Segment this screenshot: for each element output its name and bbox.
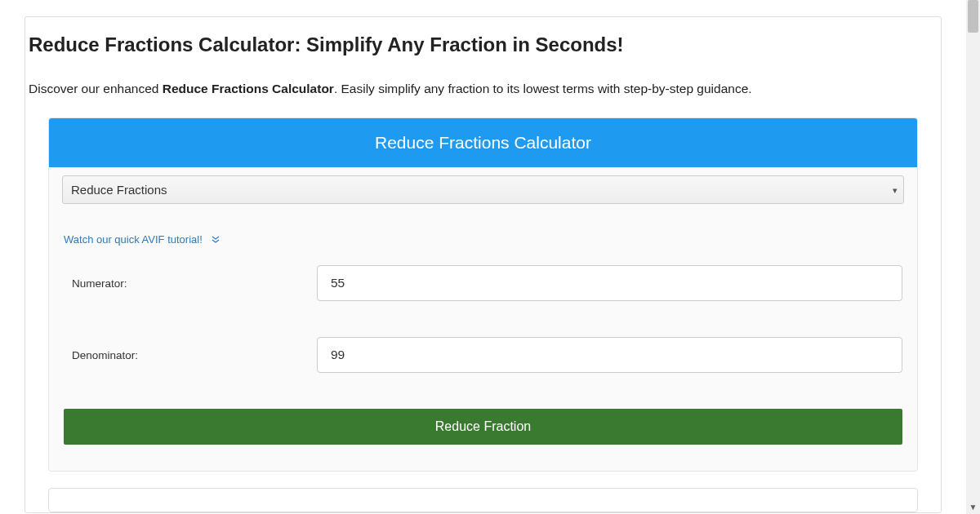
mode-select[interactable]: Reduce Fractions [62,175,904,204]
reduce-fraction-button[interactable]: Reduce Fraction [64,409,902,445]
numerator-row: Numerator: [62,265,904,301]
vertical-scrollbar[interactable]: ▼ [966,0,980,514]
scrollbar-thumb[interactable] [968,0,978,33]
intro-paragraph: Discover our enhanced Reduce Fractions C… [29,79,941,98]
intro-suffix: . Easily simplify any fraction to its lo… [334,82,752,95]
denominator-row: Denominator: [62,337,904,373]
numerator-input[interactable] [317,265,902,301]
mode-select-wrap: Reduce Fractions ▾ [62,175,904,204]
content-card: Reduce Fractions Calculator: Simplify An… [24,16,942,513]
tutorial-link[interactable]: Watch our quick AVIF tutorial! [64,233,220,246]
denominator-label: Denominator: [64,349,317,361]
page-title: Reduce Fractions Calculator: Simplify An… [29,33,941,56]
calculator-header: Reduce Fractions Calculator [49,118,917,167]
scrollbar-down-arrow-icon[interactable]: ▼ [966,500,980,514]
calculator-body: Reduce Fractions ▾ Watch our quick AVIF … [49,167,917,471]
denominator-input[interactable] [317,337,902,373]
result-panel [48,488,918,512]
intro-bold: Reduce Fractions Calculator [163,82,334,95]
double-chevron-down-icon [211,235,220,245]
numerator-label: Numerator: [64,277,317,290]
tutorial-link-text: Watch our quick AVIF tutorial! [64,233,203,246]
intro-prefix: Discover our enhanced [29,82,163,95]
calculator-panel: Reduce Fractions Calculator Reduce Fract… [48,117,918,472]
